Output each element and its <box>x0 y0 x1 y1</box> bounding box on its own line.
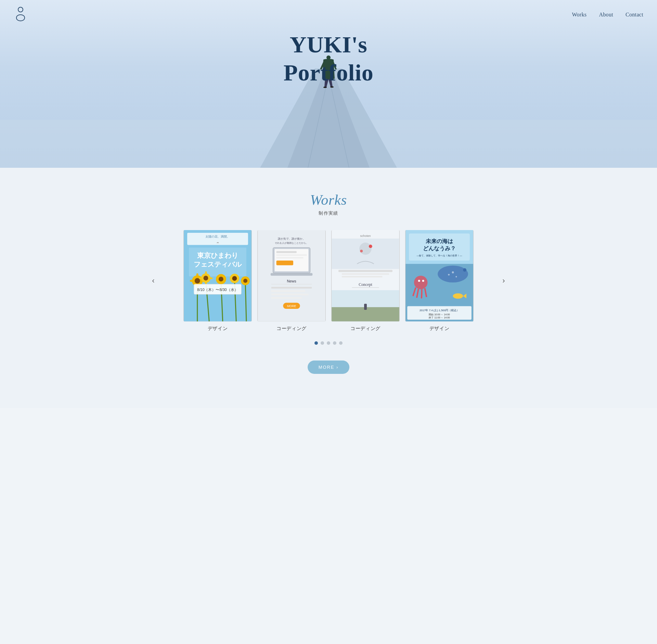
svg-rect-32 <box>209 277 212 279</box>
svg-rect-56 <box>271 297 302 299</box>
svg-point-85 <box>414 276 428 289</box>
works-title: Works <box>0 192 657 208</box>
svg-point-88 <box>453 293 463 299</box>
svg-text:東京ひまわり: 東京ひまわり <box>197 252 238 259</box>
svg-point-86 <box>418 280 420 282</box>
carousel-label-2: コーディング <box>257 326 326 332</box>
svg-text:太陽の花、満開。: 太陽の花、満開。 <box>205 235 230 238</box>
carousel-label-3: コーディング <box>331 326 400 332</box>
svg-rect-67 <box>342 276 383 277</box>
svg-rect-49 <box>276 261 293 265</box>
carousel-item-1[interactable]: 太陽の花、満開。 ☁ 東京ひまわり フェスティバル <box>183 230 252 332</box>
nav-links: Works About Contact <box>572 12 643 18</box>
svg-rect-73 <box>364 304 367 310</box>
svg-text:開始 10:00 ～ 14:00: 開始 10:00 ～ 14:00 <box>429 313 450 316</box>
svg-text:MORE: MORE <box>287 304 296 308</box>
svg-rect-1 <box>0 120 657 168</box>
svg-point-62 <box>359 243 372 255</box>
svg-line-5 <box>328 75 349 168</box>
svg-text:2017年 7.4 (土) 1,500円（税込）: 2017年 7.4 (土) 1,500円（税込） <box>420 309 459 312</box>
svg-text:フェスティバル: フェスティバル <box>194 261 242 268</box>
more-button[interactable]: MORE › <box>308 361 350 374</box>
more-container: MORE › <box>0 357 657 388</box>
carousel-image-4: 未来の海は どんなうみ？ ―食て、体験して、学べる！海の世界！― <box>405 230 474 321</box>
carousel-dot-3[interactable] <box>327 341 330 345</box>
svg-rect-48 <box>276 257 304 258</box>
svg-text:Concept: Concept <box>359 282 372 287</box>
svg-point-36 <box>232 276 237 281</box>
carousel-track: 太陽の花、満開。 ☁ 東京ひまわり フェスティバル <box>168 230 489 332</box>
carousel-image-1: 太陽の花、満開。 ☁ 東京ひまわり フェスティバル <box>183 230 252 321</box>
nav-contact[interactable]: Contact <box>626 12 643 17</box>
svg-text:それを人が複雑なことだから。: それを人が複雑なことだから。 <box>275 241 308 244</box>
hero-title: YUKI's Portfolio <box>284 31 374 87</box>
carousel-label-4: デザイン <box>405 326 474 332</box>
svg-point-34 <box>219 277 223 281</box>
svg-rect-31 <box>199 277 202 279</box>
carousel-dot-1[interactable] <box>314 341 318 345</box>
svg-point-80 <box>438 266 468 282</box>
svg-rect-53 <box>271 287 312 289</box>
svg-text:終了 11:00 ～ 14:00: 終了 11:00 ～ 14:00 <box>428 316 450 319</box>
svg-text:schoten: schoten <box>360 234 371 238</box>
works-section: Works 制作実績 ‹ 太陽の花、満開。 ☁ 東 <box>0 168 657 408</box>
svg-point-83 <box>455 276 457 277</box>
carousel-item-4[interactable]: 未来の海は どんなうみ？ ―食て、体験して、学べる！海の世界！― <box>405 230 474 332</box>
svg-point-81 <box>463 268 466 272</box>
svg-point-64 <box>360 250 363 252</box>
carousel-next-button[interactable]: › <box>498 275 510 287</box>
svg-point-87 <box>422 280 424 282</box>
svg-text:どんなうみ？: どんなうみ？ <box>423 245 456 252</box>
works-header: Works 制作実績 <box>0 192 657 216</box>
svg-text:News: News <box>287 279 296 283</box>
carousel-dot-5[interactable] <box>339 341 343 345</box>
svg-rect-65 <box>338 270 392 272</box>
svg-rect-25 <box>190 280 193 282</box>
svg-point-0 <box>18 7 23 12</box>
svg-rect-55 <box>271 294 309 295</box>
carousel-dot-4[interactable] <box>333 341 336 345</box>
carousel-image-3: schoten Concept <box>331 230 400 321</box>
svg-point-82 <box>452 271 454 273</box>
carousel-item-2[interactable]: 誰が先で、誰が後か。 それを人が複雑なことだから。 News <box>257 230 326 332</box>
svg-point-84 <box>448 274 450 276</box>
svg-rect-54 <box>271 290 305 292</box>
carousel-image-2: 誰が先で、誰が後か。 それを人が複雑なことだから。 News <box>257 230 326 321</box>
nav-works[interactable]: Works <box>572 12 587 17</box>
svg-rect-29 <box>205 271 207 274</box>
svg-rect-23 <box>196 273 198 277</box>
svg-text:8/10（木）〜8/30（水）: 8/10（木）〜8/30（水） <box>197 288 238 292</box>
svg-text:誰が先で、誰が後か。: 誰が先で、誰が後か。 <box>278 237 305 240</box>
svg-point-7 <box>323 87 327 88</box>
svg-point-28 <box>204 276 208 280</box>
svg-rect-47 <box>276 254 307 256</box>
svg-line-4 <box>308 75 328 168</box>
carousel-dots <box>0 341 657 345</box>
carousel: ‹ 太陽の花、満開。 ☁ 東京ひまわり フェスティバル <box>140 230 517 332</box>
svg-point-63 <box>369 244 372 248</box>
svg-text:☁: ☁ <box>216 241 219 244</box>
nav-about[interactable]: About <box>599 12 613 17</box>
navigation: Works About Contact <box>0 0 657 29</box>
carousel-item-3[interactable]: schoten Concept <box>331 230 400 332</box>
svg-text:―食て、体験して、学べる！海の世界！―: ―食て、体験して、学べる！海の世界！― <box>417 254 462 257</box>
nav-logo <box>14 6 27 23</box>
carousel-dot-2[interactable] <box>321 341 324 345</box>
svg-point-38 <box>243 279 247 283</box>
svg-rect-50 <box>271 273 312 276</box>
svg-rect-46 <box>276 251 297 253</box>
carousel-label-1: デザイン <box>183 326 252 332</box>
svg-rect-66 <box>342 273 389 275</box>
works-subtitle: 制作実績 <box>0 210 657 216</box>
carousel-prev-button[interactable]: ‹ <box>147 275 159 287</box>
svg-text:未来の海は: 未来の海は <box>425 238 453 244</box>
